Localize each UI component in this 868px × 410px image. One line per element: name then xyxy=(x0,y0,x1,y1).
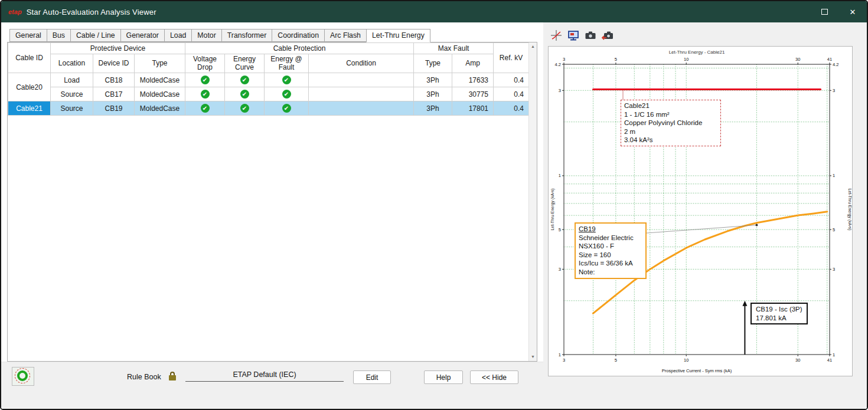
device-annotation-line: CB19 xyxy=(579,225,642,234)
header-ref-kv: Ref. kV xyxy=(494,43,529,73)
tab-motor[interactable]: Motor xyxy=(191,29,221,42)
cable-annotation-line: 1 - 1/C 16 mm² xyxy=(624,110,717,119)
svg-text:1: 1 xyxy=(833,352,835,357)
energy-curve-pass-icon: ✔ xyxy=(240,104,249,113)
fault-annotation-line: 17.801 kA xyxy=(756,314,802,323)
svg-text:3: 3 xyxy=(559,267,561,272)
tab-bus[interactable]: Bus xyxy=(47,29,71,42)
maximize-button[interactable] xyxy=(810,1,838,22)
cell-amp: 30775 xyxy=(452,87,494,101)
cell-condition xyxy=(309,73,414,87)
tab-arc-flash[interactable]: Arc Flash xyxy=(324,29,367,42)
tab-let-thru-energy[interactable]: Let-Thru Energy xyxy=(366,29,430,42)
tab-coordination[interactable]: Coordination xyxy=(272,29,325,42)
device-annotation-box[interactable]: CB19 Schneider Electric NSX160 - F Size … xyxy=(575,222,647,279)
svg-text:Let-Thru Energy (kA²s): Let-Thru Energy (kA²s) xyxy=(550,188,555,230)
hide-button[interactable]: << Hide xyxy=(470,370,518,384)
lock-icon xyxy=(169,372,176,381)
cell-condition xyxy=(309,101,414,116)
results-table-area: Cable ID Protective Device Cable Protect… xyxy=(7,42,537,362)
tab-cable-line[interactable]: Cable / Line xyxy=(70,29,121,42)
table-row-cable20-load[interactable]: Cable20 Load CB18 MoldedCase ✔ ✔ ✔ 3Ph 1… xyxy=(8,73,529,87)
svg-text:1: 1 xyxy=(559,173,561,178)
vertical-scrollbar[interactable]: ▲ ▼ xyxy=(528,42,537,361)
fault-annotation-line: CB19 - Isc (3P) xyxy=(756,305,802,314)
cell-amp: 17633 xyxy=(452,73,494,87)
cell-type: MoldedCase xyxy=(135,87,185,101)
energy-fault-pass-icon: ✔ xyxy=(282,76,291,84)
cell-amp: 17801 xyxy=(452,101,494,116)
svg-text:3: 3 xyxy=(833,267,835,272)
rule-book-field[interactable]: ETAP Default (IEC) xyxy=(185,370,344,382)
camera-export-icon[interactable] xyxy=(601,28,615,42)
tab-load[interactable]: Load xyxy=(164,29,192,42)
header-type: Type xyxy=(135,54,185,73)
svg-text:30: 30 xyxy=(795,57,800,62)
cell-location: Load xyxy=(51,73,93,87)
tab-bar: General Bus Cable / Line Generator Load … xyxy=(9,29,543,42)
help-button[interactable]: Help xyxy=(424,370,463,384)
cell-type: MoldedCase xyxy=(135,73,185,87)
tab-generator[interactable]: Generator xyxy=(120,29,165,42)
camera-icon[interactable] xyxy=(583,28,598,42)
energy-fault-pass-icon: ✔ xyxy=(282,90,291,99)
results-panel: General Bus Cable / Line Generator Load … xyxy=(1,22,543,409)
results-table: Cable ID Protective Device Cable Protect… xyxy=(8,42,529,116)
tab-general[interactable]: General xyxy=(9,29,47,42)
header-voltage-drop: Voltage Drop xyxy=(185,54,225,73)
device-annotation-line: Size = 160 xyxy=(579,251,642,260)
cable-annotation-box[interactable]: Cable21 1 - 1/C 16 mm² Copper Polyvinyl … xyxy=(621,100,721,146)
header-location: Location xyxy=(51,54,93,73)
maximize-icon xyxy=(821,9,828,15)
plot-panel: 33551010303041414.24.23311553311Let-Thru… xyxy=(543,22,867,409)
table-row-cable20-source[interactable]: Source CB17 MoldedCase ✔ ✔ ✔ 3Ph 30775 0… xyxy=(8,87,529,101)
close-icon: ✕ xyxy=(850,8,856,17)
svg-text:10: 10 xyxy=(684,357,688,363)
svg-text:3: 3 xyxy=(563,57,565,62)
table-row-cable21-source[interactable]: Cable21 Source CB19 MoldedCase ✔ ✔ ✔ 3Ph… xyxy=(8,101,529,116)
scroll-up-icon[interactable]: ▲ xyxy=(529,42,537,51)
scroll-down-icon[interactable]: ▼ xyxy=(529,353,537,361)
header-device-id: Device ID xyxy=(93,54,135,73)
cell-fault-type: 3Ph xyxy=(414,101,452,116)
header-energy-curve: Energy Curve xyxy=(225,54,265,73)
title-bar: etap Star Auto-Evaluation Analysis Viewe… xyxy=(1,1,867,22)
svg-text:4.2: 4.2 xyxy=(555,62,561,67)
device-annotation-line: Schneider Electric xyxy=(579,234,642,242)
svg-text:41: 41 xyxy=(827,57,832,62)
svg-text:30: 30 xyxy=(795,357,800,363)
header-cable-id: Cable ID xyxy=(8,43,51,73)
cell-condition xyxy=(309,87,414,101)
let-thru-energy-chart: 33551010303041414.24.23311553311Let-Thru… xyxy=(548,46,853,376)
cable-annotation-line: 3.04 kA²s xyxy=(624,136,717,145)
device-annotation-line: Ics/Icu = 36/36 kA xyxy=(579,259,642,268)
curve-cursor-icon[interactable] xyxy=(549,28,563,42)
tab-transformer[interactable]: Transformer xyxy=(221,29,273,42)
close-button[interactable]: ✕ xyxy=(838,1,867,22)
cable-annotation-line: Copper Polyvinyl Chloride xyxy=(624,119,717,127)
svg-text:3: 3 xyxy=(563,357,565,363)
cell-location: Source xyxy=(51,87,93,101)
header-energy-fault: Energy @ Fault xyxy=(265,54,309,73)
header-fault-type: Type xyxy=(414,54,452,73)
cell-cable-id[interactable]: Cable20 xyxy=(8,73,51,101)
svg-text:3: 3 xyxy=(833,88,835,93)
fault-annotation-box[interactable]: CB19 - Isc (3P) 17.801 kA xyxy=(750,303,808,324)
voltage-drop-pass-icon: ✔ xyxy=(201,104,210,113)
cell-location: Source xyxy=(51,101,93,116)
display-icon[interactable] xyxy=(566,28,580,42)
cell-cable-id-selected[interactable]: Cable21 xyxy=(8,101,51,116)
header-protective-device: Protective Device xyxy=(51,43,185,54)
svg-text:1: 1 xyxy=(833,173,835,178)
device-annotation-line: Note: xyxy=(579,268,642,277)
edit-button[interactable]: Edit xyxy=(353,370,391,384)
chart-plot-area: 33551010303041414.24.23311553311Let-Thru… xyxy=(549,47,853,377)
etap-validation-logo-icon xyxy=(12,367,34,386)
header-amp: Amp xyxy=(452,54,494,73)
energy-curve-pass-icon: ✔ xyxy=(240,76,249,84)
cell-device-id: CB19 xyxy=(93,101,135,116)
device-annotation-line: NSX160 - F xyxy=(579,242,642,251)
energy-curve-pass-icon: ✔ xyxy=(240,90,249,99)
cell-device-id: CB17 xyxy=(93,87,135,101)
header-max-fault: Max Fault xyxy=(414,43,494,54)
